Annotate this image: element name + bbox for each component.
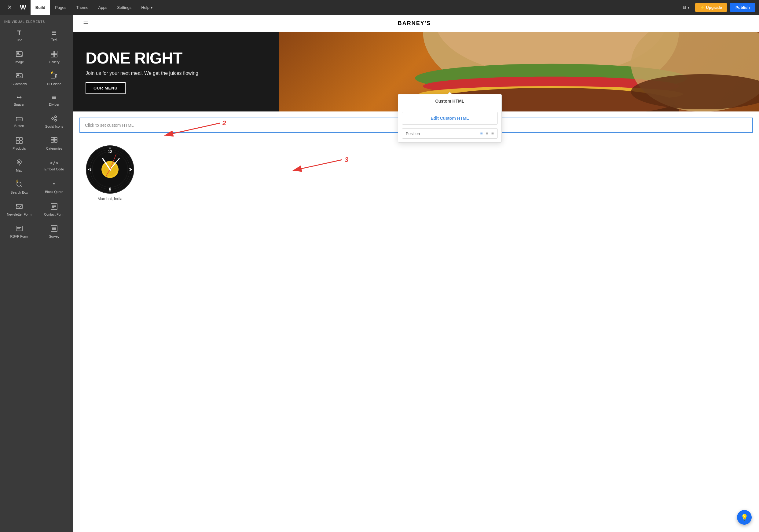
sidebar-item-title[interactable]: T Title bbox=[2, 25, 37, 46]
gallery-icon bbox=[51, 51, 58, 58]
button-icon bbox=[16, 116, 22, 122]
hero-btn[interactable]: OUR MENU bbox=[86, 82, 126, 94]
weebly-logo: W bbox=[16, 3, 30, 11]
svg-rect-17 bbox=[20, 141, 22, 143]
svg-rect-15 bbox=[20, 137, 22, 140]
rsvp-form-icon bbox=[16, 225, 22, 233]
sidebar-item-block-quote[interactable]: " Block Quote bbox=[37, 177, 72, 199]
hd-video-icon: ⚡ bbox=[51, 73, 58, 80]
sidebar-item-map[interactable]: Map bbox=[2, 155, 37, 176]
svg-rect-21 bbox=[55, 140, 57, 142]
svg-point-24 bbox=[17, 182, 21, 186]
sidebar-item-products[interactable]: Products bbox=[2, 133, 37, 155]
main-layout: INDIVIDUAL ELEMENTS T Title ☰ Text bbox=[0, 15, 759, 532]
site-title: BARNEY'S bbox=[398, 20, 431, 26]
clock-label: Mumbai, India bbox=[98, 196, 123, 201]
popup-position-label: Position bbox=[406, 131, 476, 136]
hero-content: DONE RIGHT Join us for your next meal. W… bbox=[73, 40, 211, 103]
hamburger-icon[interactable]: ☰ bbox=[83, 19, 89, 27]
tab-help[interactable]: Help ▾ bbox=[136, 0, 157, 15]
survey-icon bbox=[51, 225, 58, 233]
upgrade-button[interactable]: ⚡ Upgrade bbox=[695, 3, 727, 12]
tab-settings[interactable]: Settings bbox=[112, 0, 136, 15]
sidebar-item-label: Search Box bbox=[10, 191, 28, 194]
site-header: ☰ BARNEY'S bbox=[73, 15, 759, 32]
sidebar-item-newsletter-form[interactable]: Newsletter Form bbox=[2, 199, 37, 220]
search-box-icon: ⚡ bbox=[16, 181, 22, 189]
tab-theme[interactable]: Theme bbox=[71, 0, 93, 15]
sidebar-item-contact-form[interactable]: Contact Form bbox=[37, 199, 72, 220]
custom-html-popup: Custom HTML Edit Custom HTML Position ≡ … bbox=[398, 94, 502, 143]
hero-title: DONE RIGHT bbox=[86, 50, 198, 67]
svg-text:3: 3 bbox=[129, 167, 131, 171]
sidebar-item-label: Social Icons bbox=[45, 125, 63, 128]
sidebar: INDIVIDUAL ELEMENTS T Title ☰ Text bbox=[0, 15, 73, 532]
popup-triangle bbox=[447, 92, 452, 95]
tab-build[interactable]: Build bbox=[30, 0, 51, 15]
popup-position-row: Position ≡ ≡ ≡ bbox=[402, 128, 498, 139]
sidebar-item-divider[interactable]: Divider bbox=[37, 91, 72, 111]
svg-rect-5 bbox=[55, 55, 57, 57]
fab-lightbulb[interactable]: 💡 bbox=[737, 510, 752, 525]
sidebar-item-image[interactable]: Image bbox=[2, 46, 37, 68]
sidebar-item-text[interactable]: ☰ Text bbox=[37, 25, 72, 46]
svg-rect-8 bbox=[51, 74, 55, 78]
sidebar-item-label: Embed Code bbox=[44, 167, 64, 171]
sidebar-item-categories[interactable]: Categories bbox=[37, 133, 72, 155]
clock-face: 12 3 6 9 bbox=[86, 145, 135, 194]
sidebar-item-label: Block Quote bbox=[45, 190, 63, 194]
svg-rect-2 bbox=[51, 51, 54, 54]
hero-subtitle: Join us for your next meal. We get the j… bbox=[86, 70, 198, 76]
sidebar-item-search-box[interactable]: ⚡ Search Box bbox=[2, 177, 37, 199]
svg-text:6: 6 bbox=[109, 187, 111, 191]
categories-icon bbox=[51, 137, 58, 145]
popup-title: Custom HTML bbox=[398, 95, 501, 108]
sidebar-item-social-icons[interactable]: Social Icons bbox=[37, 111, 72, 133]
sidebar-item-label: Text bbox=[51, 38, 57, 41]
sidebar-item-slideshow[interactable]: Slideshow bbox=[2, 68, 37, 90]
sidebar-item-label: Title bbox=[16, 38, 22, 42]
sidebar-item-label: HD Video bbox=[47, 82, 61, 86]
svg-point-1 bbox=[18, 53, 19, 54]
svg-point-58 bbox=[109, 147, 111, 149]
position-icons: ≡ ≡ ≡ bbox=[480, 131, 494, 136]
svg-point-60 bbox=[88, 169, 89, 170]
top-nav: ✕ W Build Pages Theme Apps Settings Help… bbox=[0, 0, 759, 15]
svg-rect-25 bbox=[16, 204, 22, 209]
sidebar-item-gallery[interactable]: Gallery bbox=[37, 46, 72, 68]
svg-rect-14 bbox=[16, 137, 19, 140]
below-content: 12 3 6 9 Mumbai, India bbox=[73, 139, 759, 207]
edit-custom-html-button[interactable]: Edit Custom HTML bbox=[402, 112, 498, 125]
align-left-icon[interactable]: ≡ bbox=[480, 131, 482, 136]
slideshow-icon bbox=[16, 73, 22, 80]
site-preview: ☰ BARNEY'S bbox=[73, 15, 759, 532]
publish-button[interactable]: Publish bbox=[730, 3, 755, 12]
map-icon bbox=[16, 159, 22, 167]
sidebar-item-button[interactable]: Button bbox=[2, 111, 37, 133]
device-toggle[interactable]: 🖥 ▾ bbox=[680, 5, 692, 10]
align-right-icon[interactable]: ≡ bbox=[491, 131, 494, 136]
social-icons-icon bbox=[51, 115, 58, 123]
sidebar-section-label: INDIVIDUAL ELEMENTS bbox=[0, 18, 73, 25]
svg-rect-30 bbox=[16, 226, 22, 231]
svg-text:9: 9 bbox=[90, 167, 92, 171]
sidebar-item-label: Button bbox=[14, 124, 24, 128]
svg-point-11 bbox=[52, 118, 54, 119]
canvas-area: ☰ BARNEY'S bbox=[73, 15, 759, 532]
sidebar-item-rsvp-form[interactable]: RSVP Form bbox=[2, 221, 37, 243]
svg-point-12 bbox=[55, 116, 57, 118]
tab-apps[interactable]: Apps bbox=[94, 0, 112, 15]
close-button[interactable]: ✕ bbox=[4, 4, 16, 11]
embed-code-icon: </> bbox=[50, 161, 59, 166]
sidebar-item-embed-code[interactable]: </> Embed Code bbox=[37, 155, 72, 176]
svg-rect-19 bbox=[55, 137, 57, 139]
svg-point-22 bbox=[17, 160, 21, 164]
sidebar-item-hd-video[interactable]: ⚡ HD Video bbox=[37, 68, 72, 90]
align-center-icon[interactable]: ≡ bbox=[486, 131, 488, 136]
sidebar-item-survey[interactable]: Survey bbox=[37, 221, 72, 243]
tab-pages[interactable]: Pages bbox=[50, 0, 71, 15]
sidebar-grid: T Title ☰ Text Image bbox=[0, 25, 73, 243]
sidebar-item-spacer[interactable]: Spacer bbox=[2, 91, 37, 111]
sidebar-item-label: Divider bbox=[49, 103, 59, 106]
svg-point-13 bbox=[55, 119, 57, 121]
